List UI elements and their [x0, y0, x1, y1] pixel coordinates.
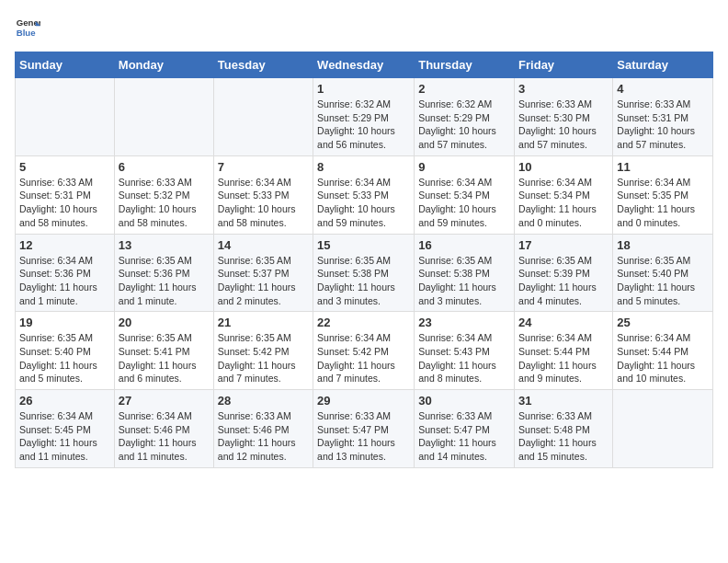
week-row-3: 12Sunrise: 6:34 AM Sunset: 5:36 PM Dayli… — [16, 234, 713, 312]
day-info: Sunrise: 6:32 AM Sunset: 5:29 PM Dayligh… — [317, 98, 410, 152]
day-cell: 12Sunrise: 6:34 AM Sunset: 5:36 PM Dayli… — [16, 234, 115, 312]
day-number: 10 — [518, 160, 609, 174]
day-number: 15 — [317, 238, 410, 252]
day-cell — [114, 78, 213, 156]
day-cell — [613, 390, 713, 468]
day-cell: 3Sunrise: 6:33 AM Sunset: 5:30 PM Daylig… — [515, 78, 613, 156]
day-info: Sunrise: 6:35 AM Sunset: 5:38 PM Dayligh… — [317, 254, 410, 308]
day-cell: 17Sunrise: 6:35 AM Sunset: 5:39 PM Dayli… — [515, 234, 613, 312]
day-number: 28 — [218, 394, 309, 408]
day-number: 31 — [518, 394, 609, 408]
day-info: Sunrise: 6:33 AM Sunset: 5:47 PM Dayligh… — [418, 409, 510, 464]
day-cell: 9Sunrise: 6:34 AM Sunset: 5:34 PM Daylig… — [415, 155, 515, 234]
day-info: Sunrise: 6:35 AM Sunset: 5:36 PM Dayligh… — [119, 254, 210, 308]
day-info: Sunrise: 6:34 AM Sunset: 5:33 PM Dayligh… — [317, 176, 410, 230]
day-info: Sunrise: 6:35 AM Sunset: 5:38 PM Dayligh… — [418, 254, 510, 308]
day-cell: 21Sunrise: 6:35 AM Sunset: 5:42 PM Dayli… — [213, 312, 313, 390]
day-cell: 30Sunrise: 6:33 AM Sunset: 5:47 PM Dayli… — [415, 390, 515, 468]
day-number: 25 — [617, 316, 709, 329]
day-cell: 11Sunrise: 6:34 AM Sunset: 5:35 PM Dayli… — [613, 155, 713, 234]
day-cell — [213, 78, 313, 156]
logo-icon: General Blue — [15, 15, 40, 40]
day-cell: 23Sunrise: 6:34 AM Sunset: 5:43 PM Dayli… — [415, 312, 515, 390]
day-cell: 26Sunrise: 6:34 AM Sunset: 5:45 PM Dayli… — [16, 390, 115, 468]
day-info: Sunrise: 6:33 AM Sunset: 5:30 PM Dayligh… — [518, 98, 609, 152]
day-cell: 10Sunrise: 6:34 AM Sunset: 5:34 PM Dayli… — [515, 155, 613, 234]
day-cell: 29Sunrise: 6:33 AM Sunset: 5:47 PM Dayli… — [313, 390, 415, 468]
day-cell: 14Sunrise: 6:35 AM Sunset: 5:37 PM Dayli… — [213, 234, 313, 312]
day-info: Sunrise: 6:35 AM Sunset: 5:37 PM Dayligh… — [218, 254, 309, 308]
day-info: Sunrise: 6:35 AM Sunset: 5:41 PM Dayligh… — [119, 331, 210, 385]
day-info: Sunrise: 6:35 AM Sunset: 5:40 PM Dayligh… — [19, 331, 110, 385]
day-cell: 18Sunrise: 6:35 AM Sunset: 5:40 PM Dayli… — [613, 234, 713, 312]
day-info: Sunrise: 6:34 AM Sunset: 5:46 PM Dayligh… — [119, 409, 210, 464]
day-number: 29 — [317, 394, 410, 408]
day-cell: 7Sunrise: 6:34 AM Sunset: 5:33 PM Daylig… — [213, 155, 313, 234]
day-cell: 6Sunrise: 6:33 AM Sunset: 5:32 PM Daylig… — [114, 155, 213, 234]
day-number: 3 — [518, 82, 609, 96]
day-cell: 25Sunrise: 6:34 AM Sunset: 5:44 PM Dayli… — [613, 312, 713, 390]
day-cell: 27Sunrise: 6:34 AM Sunset: 5:46 PM Dayli… — [114, 390, 213, 468]
day-cell: 31Sunrise: 6:33 AM Sunset: 5:48 PM Dayli… — [515, 390, 613, 468]
header-row: SundayMondayTuesdayWednesdayThursdayFrid… — [16, 52, 713, 78]
day-cell: 13Sunrise: 6:35 AM Sunset: 5:36 PM Dayli… — [114, 234, 213, 312]
day-info: Sunrise: 6:34 AM Sunset: 5:44 PM Dayligh… — [518, 331, 609, 385]
day-info: Sunrise: 6:33 AM Sunset: 5:46 PM Dayligh… — [218, 409, 309, 464]
day-number: 14 — [218, 238, 309, 252]
day-info: Sunrise: 6:34 AM Sunset: 5:36 PM Dayligh… — [19, 254, 110, 308]
day-number: 16 — [418, 238, 510, 252]
day-info: Sunrise: 6:33 AM Sunset: 5:31 PM Dayligh… — [617, 98, 709, 152]
day-info: Sunrise: 6:34 AM Sunset: 5:34 PM Dayligh… — [418, 176, 510, 230]
day-number: 8 — [317, 160, 410, 174]
day-number: 9 — [418, 160, 510, 174]
day-cell: 5Sunrise: 6:33 AM Sunset: 5:31 PM Daylig… — [16, 155, 115, 234]
day-number: 1 — [317, 82, 410, 96]
day-cell: 20Sunrise: 6:35 AM Sunset: 5:41 PM Dayli… — [114, 312, 213, 390]
week-row-1: 1Sunrise: 6:32 AM Sunset: 5:29 PM Daylig… — [16, 78, 713, 156]
day-cell: 15Sunrise: 6:35 AM Sunset: 5:38 PM Dayli… — [313, 234, 415, 312]
day-cell: 2Sunrise: 6:32 AM Sunset: 5:29 PM Daylig… — [415, 78, 515, 156]
day-number: 2 — [418, 82, 510, 96]
day-info: Sunrise: 6:32 AM Sunset: 5:29 PM Dayligh… — [418, 98, 510, 152]
logo: General Blue — [15, 15, 44, 40]
week-row-4: 19Sunrise: 6:35 AM Sunset: 5:40 PM Dayli… — [16, 312, 713, 390]
calendar-table: SundayMondayTuesdayWednesdayThursdayFrid… — [15, 52, 713, 468]
day-info: Sunrise: 6:33 AM Sunset: 5:48 PM Dayligh… — [518, 409, 609, 464]
day-info: Sunrise: 6:33 AM Sunset: 5:47 PM Dayligh… — [317, 409, 410, 464]
day-number: 30 — [418, 394, 510, 408]
header-cell-sunday: Sunday — [16, 52, 115, 78]
day-info: Sunrise: 6:34 AM Sunset: 5:45 PM Dayligh… — [19, 409, 110, 464]
day-cell: 1Sunrise: 6:32 AM Sunset: 5:29 PM Daylig… — [313, 78, 415, 156]
day-cell: 22Sunrise: 6:34 AM Sunset: 5:42 PM Dayli… — [313, 312, 415, 390]
day-number: 7 — [218, 160, 309, 174]
day-info: Sunrise: 6:35 AM Sunset: 5:39 PM Dayligh… — [518, 254, 609, 308]
day-info: Sunrise: 6:34 AM Sunset: 5:43 PM Dayligh… — [418, 331, 510, 385]
day-number: 22 — [317, 316, 410, 329]
day-number: 20 — [119, 316, 210, 329]
day-cell: 16Sunrise: 6:35 AM Sunset: 5:38 PM Dayli… — [415, 234, 515, 312]
day-number: 17 — [518, 238, 609, 252]
week-row-5: 26Sunrise: 6:34 AM Sunset: 5:45 PM Dayli… — [16, 390, 713, 468]
header-cell-friday: Friday — [515, 52, 613, 78]
day-info: Sunrise: 6:34 AM Sunset: 5:44 PM Dayligh… — [617, 331, 709, 385]
day-info: Sunrise: 6:35 AM Sunset: 5:40 PM Dayligh… — [617, 254, 709, 308]
day-number: 21 — [218, 316, 309, 329]
day-cell: 28Sunrise: 6:33 AM Sunset: 5:46 PM Dayli… — [213, 390, 313, 468]
day-cell — [16, 78, 115, 156]
day-number: 12 — [19, 238, 110, 252]
day-number: 5 — [19, 160, 110, 174]
day-cell: 8Sunrise: 6:34 AM Sunset: 5:33 PM Daylig… — [313, 155, 415, 234]
header-cell-tuesday: Tuesday — [213, 52, 313, 78]
day-info: Sunrise: 6:34 AM Sunset: 5:34 PM Dayligh… — [518, 176, 609, 230]
day-info: Sunrise: 6:34 AM Sunset: 5:33 PM Dayligh… — [218, 176, 309, 230]
svg-text:Blue: Blue — [17, 28, 36, 38]
day-info: Sunrise: 6:33 AM Sunset: 5:31 PM Dayligh… — [19, 176, 110, 230]
day-info: Sunrise: 6:35 AM Sunset: 5:42 PM Dayligh… — [218, 331, 309, 385]
day-info: Sunrise: 6:34 AM Sunset: 5:42 PM Dayligh… — [317, 331, 410, 385]
day-cell: 24Sunrise: 6:34 AM Sunset: 5:44 PM Dayli… — [515, 312, 613, 390]
day-number: 13 — [119, 238, 210, 252]
day-number: 19 — [19, 316, 110, 329]
day-number: 11 — [617, 160, 709, 174]
day-number: 26 — [19, 394, 110, 408]
header-cell-wednesday: Wednesday — [313, 52, 415, 78]
